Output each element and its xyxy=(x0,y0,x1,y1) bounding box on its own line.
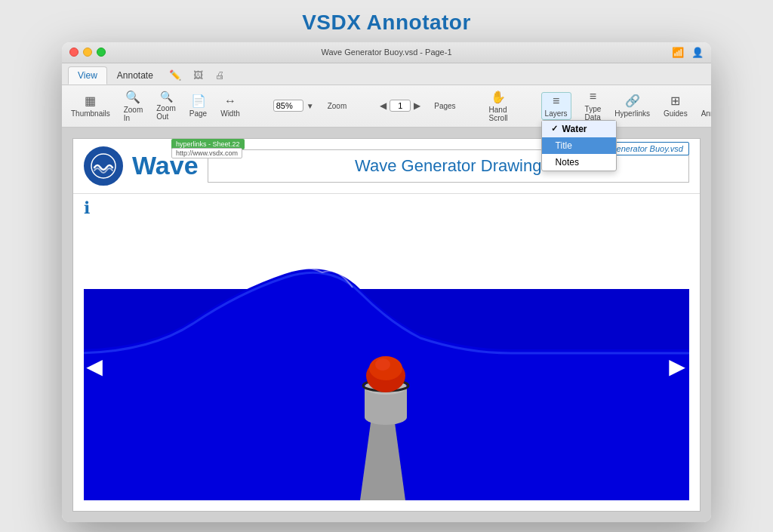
layers-button[interactable]: ≡ Layers xyxy=(541,92,571,120)
toolbar: View Annotate ✏️ 🖼 🖨 ▦ Thumbnails 🔍 Zoom… xyxy=(62,63,711,128)
wave-logo-svg xyxy=(91,153,116,179)
shape-data-button[interactable]: ≡ Type Data xyxy=(585,90,602,121)
layer-title-label: Title xyxy=(556,140,572,151)
tab-icon-2[interactable]: 🖼 xyxy=(187,66,209,85)
layers-label: Layers xyxy=(545,109,568,118)
title-bar: Wave Generator Buoy.vsd - Page-1 📶 👤 xyxy=(62,42,711,63)
guides-button[interactable]: ⊞ Guides xyxy=(664,94,688,118)
wave-diagram-svg: ◄ ► xyxy=(84,229,689,500)
info-icon[interactable]: ℹ xyxy=(84,198,90,217)
hand-scroll-button[interactable]: ✋ Hand Scroll xyxy=(489,90,508,122)
wave-illustration: ◄ ► xyxy=(84,229,689,500)
maximize-button[interactable] xyxy=(97,48,106,57)
document-canvas: hyperlinks - Sheet.22 http://www.vsdx.co… xyxy=(72,138,701,512)
layer-water-item[interactable]: ✓ Water xyxy=(542,121,616,137)
shape-data-icon: ≡ xyxy=(590,90,596,103)
annotations-label: Annotations xyxy=(701,109,711,118)
zoom-in-icon: 🔍 xyxy=(125,90,140,104)
thumbnails-label: Thumbnails xyxy=(71,109,110,118)
page-icon: 📄 xyxy=(191,94,206,108)
page-button[interactable]: 📄 Page xyxy=(189,94,207,118)
doc-title: Wave Generator Drawing xyxy=(355,156,541,175)
thumbnails-icon: ▦ xyxy=(85,94,96,108)
guides-label: Guides xyxy=(664,109,688,118)
page-prev-button[interactable]: ◀ xyxy=(380,100,386,111)
layer-notes-label: Notes xyxy=(556,157,579,168)
page-nav: ◀ ▶ xyxy=(380,100,420,112)
hyperlinks-label: Hyperlinks xyxy=(614,109,650,118)
tab-icon-1[interactable]: ✏️ xyxy=(163,66,187,85)
layer-notes-item[interactable]: Notes xyxy=(542,154,616,171)
nav-right-arrow-text: ► xyxy=(664,351,689,382)
url-tooltip: http://www.vsdx.com xyxy=(171,148,242,158)
svg-point-10 xyxy=(375,358,390,371)
zoom-group: ▼ xyxy=(273,100,314,112)
width-button[interactable]: ↔ Width xyxy=(220,94,240,118)
zoom-label: Zoom xyxy=(328,102,347,110)
minimize-button[interactable] xyxy=(83,48,92,57)
guides-icon: ⊞ xyxy=(670,94,680,108)
window-title: Wave Generator Buoy.vsd - Page-1 xyxy=(321,48,451,57)
zoom-in-button[interactable]: 🔍 Zoom In xyxy=(124,90,143,122)
page-number-input[interactable] xyxy=(390,100,411,112)
tab-icon-3[interactable]: 🖨 xyxy=(209,66,231,85)
zoom-input[interactable] xyxy=(273,100,303,112)
zoom-out-icon: 🔍 xyxy=(160,91,173,103)
canvas-area: hyperlinks - Sheet.22 http://www.vsdx.co… xyxy=(62,128,711,522)
hyperlinks-button[interactable]: 🔗 Hyperlinks xyxy=(614,94,650,118)
layer-title-item[interactable]: Title xyxy=(542,137,616,154)
toolbar-actions: ▦ Thumbnails 🔍 Zoom In 🔍 Zoom Out 📄 Page… xyxy=(62,85,711,127)
thumbnails-button[interactable]: ▦ Thumbnails xyxy=(71,94,110,118)
zoom-dropdown-arrow[interactable]: ▼ xyxy=(306,102,314,110)
annotations-button[interactable]: 💬 Annotations xyxy=(701,94,711,118)
traffic-lights xyxy=(69,48,106,57)
pages-label-item: Pages xyxy=(434,102,455,110)
user-icon: 👤 xyxy=(691,47,704,58)
zoom-label-item: Zoom xyxy=(328,102,347,110)
app-wrapper: VSDX Annotator Wave Generator Buoy.vsd -… xyxy=(62,11,711,522)
width-icon: ↔ xyxy=(224,94,236,108)
layers-dropdown-container: ≡ Layers ✓ Water Title xyxy=(541,92,571,120)
toolbar-tabs: View Annotate ✏️ 🖼 🖨 xyxy=(62,63,711,85)
water-check: ✓ xyxy=(551,124,558,134)
app-window: Wave Generator Buoy.vsd - Page-1 📶 👤 Vie… xyxy=(62,42,711,522)
nav-left-arrow-text: ◄ xyxy=(84,351,108,382)
width-label: Width xyxy=(220,109,240,118)
info-row: ℹ xyxy=(73,194,700,223)
tab-view[interactable]: View xyxy=(68,66,107,85)
zoom-in-label: Zoom In xyxy=(124,106,143,122)
layer-water-label: Water xyxy=(562,124,587,134)
wifi-icon: 📶 xyxy=(672,47,684,58)
zoom-out-button[interactable]: 🔍 Zoom Out xyxy=(156,91,176,121)
page-label: Page xyxy=(189,109,207,118)
title-bar-right: 📶 👤 xyxy=(672,47,704,58)
pages-label: Pages xyxy=(434,102,455,110)
layers-icon: ≡ xyxy=(553,94,559,108)
hand-scroll-label: Hand Scroll xyxy=(489,106,508,122)
shape-data-label: Type Data xyxy=(585,105,602,121)
hand-scroll-icon: ✋ xyxy=(491,90,506,104)
hyperlinks-icon: 🔗 xyxy=(625,94,640,108)
tab-annotate[interactable]: Annotate xyxy=(107,66,163,85)
app-title: VSDX Annotator xyxy=(302,11,471,35)
wave-logo xyxy=(84,146,123,186)
zoom-out-label: Zoom Out xyxy=(156,104,176,121)
page-next-button[interactable]: ▶ xyxy=(414,100,420,111)
layers-menu: ✓ Water Title Notes xyxy=(541,120,617,171)
close-button[interactable] xyxy=(69,48,79,57)
